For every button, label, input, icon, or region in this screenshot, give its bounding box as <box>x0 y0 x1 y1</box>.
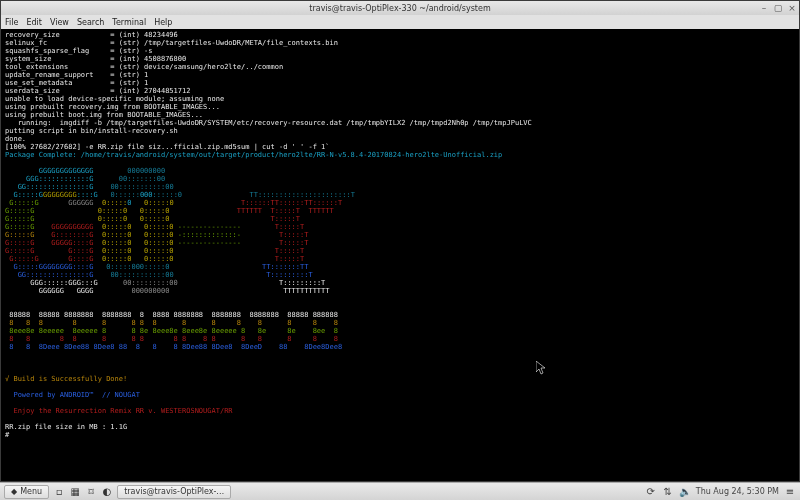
menu-view[interactable]: View <box>50 18 69 27</box>
terminal-icon[interactable]: ⌑ <box>85 486 97 498</box>
volume-icon[interactable]: 🔈 <box>679 486 691 498</box>
window-title: travis@travis-OptiPlex-330 ~/android/sys… <box>309 4 490 13</box>
tray-menu-icon[interactable]: ≡ <box>784 486 796 498</box>
menu-terminal[interactable]: Terminal <box>112 18 146 27</box>
menu-search[interactable]: Search <box>77 18 104 27</box>
files-icon[interactable]: ▦ <box>69 486 81 498</box>
system-tray: ⟳ ⇅ 🔈 Thu Aug 24, 5:30 PM ≡ <box>645 486 796 498</box>
network-icon[interactable]: ⇅ <box>662 486 674 498</box>
taskbar-app-button[interactable]: travis@travis-OptiPlex-… <box>117 485 231 499</box>
terminal-output[interactable]: recovery_size = (int) 48234496selinux_fc… <box>1 29 799 481</box>
start-menu-button[interactable]: ◆ Menu <box>4 485 49 499</box>
maximize-button[interactable]: ▢ <box>773 3 783 13</box>
minimize-button[interactable]: – <box>759 3 769 13</box>
close-button[interactable]: × <box>787 3 797 13</box>
terminal-window: travis@travis-OptiPlex-330 ~/android/sys… <box>0 0 800 482</box>
menu-file[interactable]: File <box>5 18 18 27</box>
window-titlebar[interactable]: travis@travis-OptiPlex-330 ~/android/sys… <box>1 1 799 15</box>
firefox-icon[interactable]: ◐ <box>101 486 113 498</box>
taskbar: ◆ Menu ▫ ▦ ⌑ ◐ travis@travis-OptiPlex-… … <box>0 482 800 500</box>
mint-icon: ◆ <box>11 487 17 496</box>
menu-help[interactable]: Help <box>154 18 172 27</box>
window-controls: – ▢ × <box>759 1 797 15</box>
show-desktop-icon[interactable]: ▫ <box>53 486 65 498</box>
update-icon[interactable]: ⟳ <box>645 486 657 498</box>
clock[interactable]: Thu Aug 24, 5:30 PM <box>696 487 779 496</box>
menu-edit[interactable]: Edit <box>26 18 42 27</box>
taskbar-app-label: travis@travis-OptiPlex-… <box>124 487 224 496</box>
menubar: File Edit View Search Terminal Help <box>1 15 799 29</box>
start-menu-label: Menu <box>20 487 42 496</box>
